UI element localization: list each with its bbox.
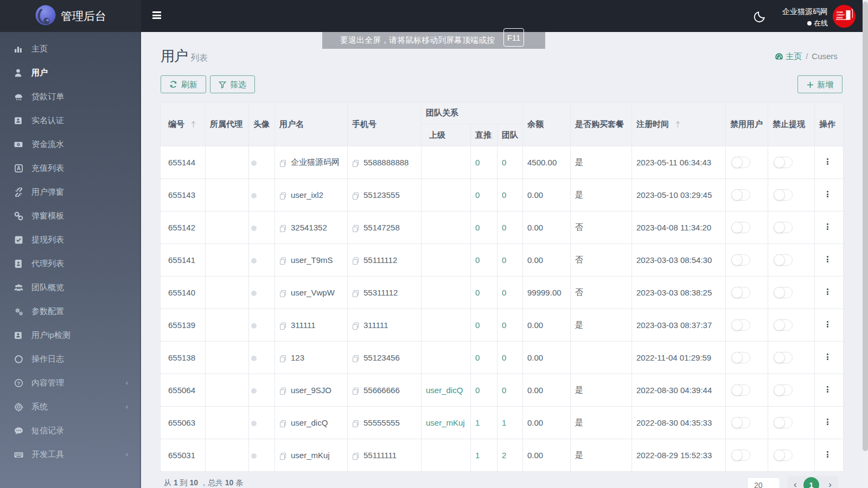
svg-text:A: A [17,165,21,171]
svg-text:?: ? [17,380,21,386]
svg-text:BANK: BANK [837,16,843,19]
